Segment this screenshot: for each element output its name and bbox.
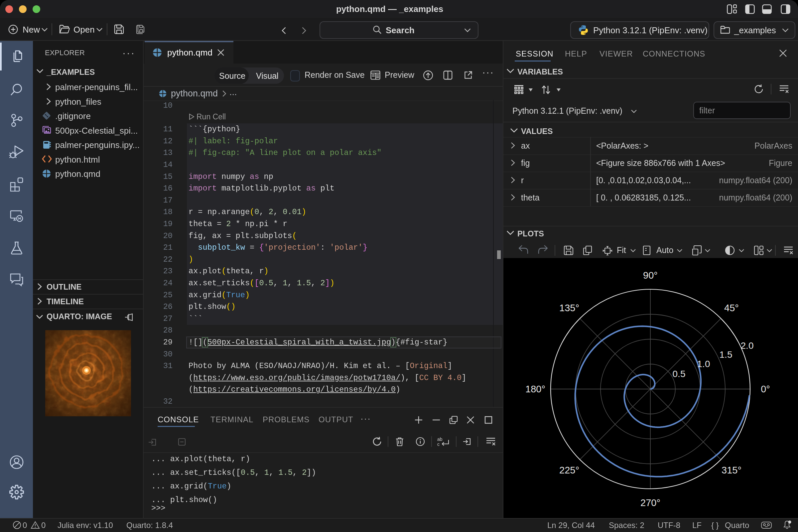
svg-text:135°: 135° <box>559 303 579 313</box>
svg-text:315°: 315° <box>722 465 741 475</box>
svg-text:2.0: 2.0 <box>741 341 754 351</box>
svg-text:225°: 225° <box>559 465 579 475</box>
svg-text:45°: 45° <box>724 303 739 313</box>
svg-text:c: c <box>437 441 440 447</box>
svg-text:1.0: 1.0 <box>697 359 710 369</box>
svg-text:0°: 0° <box>761 384 770 394</box>
svg-text:1.5: 1.5 <box>720 349 733 360</box>
svg-text:270°: 270° <box>640 497 660 508</box>
svg-text:0.5: 0.5 <box>673 369 686 379</box>
svg-text:180°: 180° <box>525 384 545 394</box>
svg-text:90°: 90° <box>643 270 658 281</box>
svg-text:ab: ab <box>437 437 442 442</box>
